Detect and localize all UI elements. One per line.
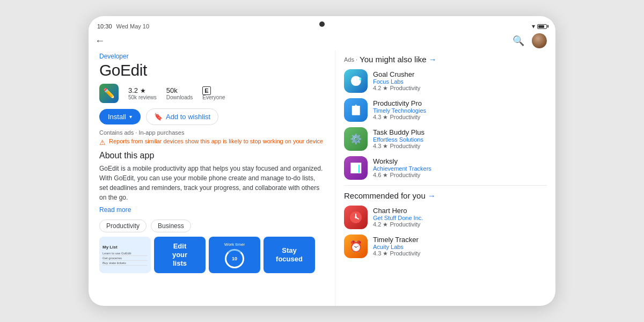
recommended-header: Recommended for you → [344,191,547,200]
productivity-pro-info: Productivity Pro Timely Technologies 4.3… [373,99,547,121]
downloads-meta: 50k Downloads [166,86,193,100]
search-icon[interactable]: 🔍 [513,35,524,47]
app-title: GoEdit [99,61,324,79]
action-row: Install ▾ 🔖 Add to wishlist [99,108,324,125]
you-might-like-header: Ads · You might also like → [344,55,547,64]
wishlist-button[interactable]: 🔖 Add to wishlist [146,108,218,125]
right-panel: Ads · You might also like → 🎯 Goal Crush… [335,50,555,306]
back-button[interactable]: ← [95,35,105,47]
you-might-like-title: You might also like [360,55,427,64]
app-item-timely-tracker[interactable]: ⏰ Timely Tracker Acuity Labs 4.3 ★ Produ… [344,235,547,258]
screenshot-2[interactable]: Edityourlists [154,237,206,273]
status-time: 10:30 [97,23,112,30]
left-panel: Developer GoEdit ✏️ 3.2 ★ 50k reviews 50… [89,50,335,306]
task-buddy-developer: Effortless Solutions [373,136,547,143]
chart-hero-name: Chart Hero [373,207,547,215]
main-content: Developer GoEdit ✏️ 3.2 ★ 50k reviews 50… [89,50,555,306]
star-icon: ★ [140,87,146,94]
app-item-task-buddy[interactable]: ⚙️ Task Buddy Plus Effortless Solutions … [344,127,547,151]
screenshot-1[interactable]: My List Learn to use GoEdit Get grocerie… [99,237,151,273]
tag-row: Productivity Business [99,219,324,232]
developer-label[interactable]: Developer [99,53,324,60]
timely-tracker-name: Timely Tracker [373,236,547,244]
task-buddy-rating: 4.3 ★ Productivity [373,143,547,150]
nav-right: 🔍 [513,33,547,48]
worksly-info: Worksly Achievement Trackers 4.6 ★ Produ… [373,157,547,179]
productivity-pro-developer: Timely Technologies [373,107,547,114]
app-icon: ✏️ [99,84,119,103]
rating-value: 3.2 ★ [128,86,146,94]
worksly-name: Worksly [373,157,547,165]
audience-value: E [202,86,210,94]
timer-label: Work timer [224,242,245,247]
goal-crusher-info: Goal Crusher Focus Labs 4.2 ★ Productivi… [373,70,547,92]
goal-crusher-rating: 4.2 ★ Productivity [373,85,547,92]
productivity-pro-icon: 📋 [344,98,368,122]
screenshot-3[interactable]: Work timer 10 [209,237,260,273]
install-dropdown-icon: ▾ [129,114,132,120]
status-icons: ▾ [532,23,547,30]
audience-label: Everyone [202,94,225,100]
screenshot-4[interactable]: Stayfocused [264,237,315,273]
goal-crusher-developer: Focus Labs [373,78,547,85]
worksly-rating: 4.6 ★ Productivity [373,172,547,179]
app-item-productivity-pro[interactable]: 📋 Productivity Pro Timely Technologies 4… [344,98,547,122]
about-title: About this app [99,151,324,160]
warning-icon: ⚠ [99,138,106,147]
timer-circle: 10 [225,249,244,268]
warning-row: ⚠ Reports from similar devices show this… [99,138,324,147]
chart-hero-icon [344,206,368,229]
task-buddy-icon: ⚙️ [344,127,368,151]
install-button[interactable]: Install ▾ [99,109,141,125]
recommended-arrow[interactable]: → [428,191,436,200]
screenshots-row: My List Learn to use GoEdit Get grocerie… [99,237,324,273]
chart-hero-svg [348,210,363,225]
timely-tracker-developer: Acuity Labs [373,244,547,250]
nav-bar: ← 🔍 [89,31,555,50]
divider [344,185,547,186]
downloads-value: 50k [166,86,178,94]
downloads-label: Downloads [166,94,193,100]
app-meta: ✏️ 3.2 ★ 50k reviews 50k Downloads E [99,84,324,103]
status-date: Wed May 10 [116,23,150,30]
you-might-like-arrow[interactable]: → [429,55,437,64]
warning-text: Reports from similar devices show this a… [109,138,323,144]
app-item-goal-crusher[interactable]: 🎯 Goal Crusher Focus Labs 4.2 ★ Producti… [344,69,547,93]
chart-hero-rating: 4.2 ★ Productivity [373,221,547,228]
avatar[interactable] [532,33,547,48]
chart-hero-info: Chart Hero Get Stuff Done Inc. 4.2 ★ Pro… [373,207,547,228]
timely-tracker-info: Timely Tracker Acuity Labs 4.3 ★ Product… [373,236,547,257]
tag-business[interactable]: Business [151,219,191,232]
app-item-worksly[interactable]: 📊 Worksly Achievement Trackers 4.6 ★ Pro… [344,156,547,180]
timely-tracker-rating: 4.3 ★ Productivity [373,250,547,257]
goal-crusher-name: Goal Crusher [373,70,547,78]
about-text: GoEdit is a mobile productivity app that… [99,164,324,202]
tablet-frame: 10:30 Wed May 10 ▾ ← 🔍 Developer GoEdit [89,16,555,306]
tag-productivity[interactable]: Productivity [99,219,147,232]
recommended-title: Recommended for you [344,191,426,200]
worksly-developer: Achievement Trackers [373,165,547,172]
app-item-chart-hero[interactable]: Chart Hero Get Stuff Done Inc. 4.2 ★ Pro… [344,206,547,229]
goal-crusher-icon: 🎯 [344,69,368,93]
contains-ads-label: Contains ads · In-app purchases [99,129,324,136]
productivity-pro-name: Productivity Pro [373,99,547,107]
read-more-link[interactable]: Read more [99,206,131,214]
battery-icon [537,24,547,29]
camera-dot [319,21,325,27]
rating-meta: 3.2 ★ 50k reviews [128,86,157,100]
svg-point-1 [355,216,357,218]
timely-tracker-icon: ⏰ [344,235,368,258]
ads-label: Ads · [344,56,357,63]
worksly-icon: 📊 [344,156,368,180]
chart-hero-developer: Get Stuff Done Inc. [373,215,547,221]
task-buddy-name: Task Buddy Plus [373,128,547,136]
stay-focused-text: Stayfocused [274,244,305,266]
nav-left: ← [95,35,105,47]
task-buddy-info: Task Buddy Plus Effortless Solutions 4.3… [373,128,547,150]
reviews-label: 50k reviews [128,94,157,100]
productivity-pro-rating: 4.3 ★ Productivity [373,114,547,121]
avatar-image [532,33,547,48]
screenshot-2-text: Edityourlists [170,240,189,270]
wifi-icon: ▾ [532,23,535,30]
audience-meta: E Everyone [202,86,225,100]
